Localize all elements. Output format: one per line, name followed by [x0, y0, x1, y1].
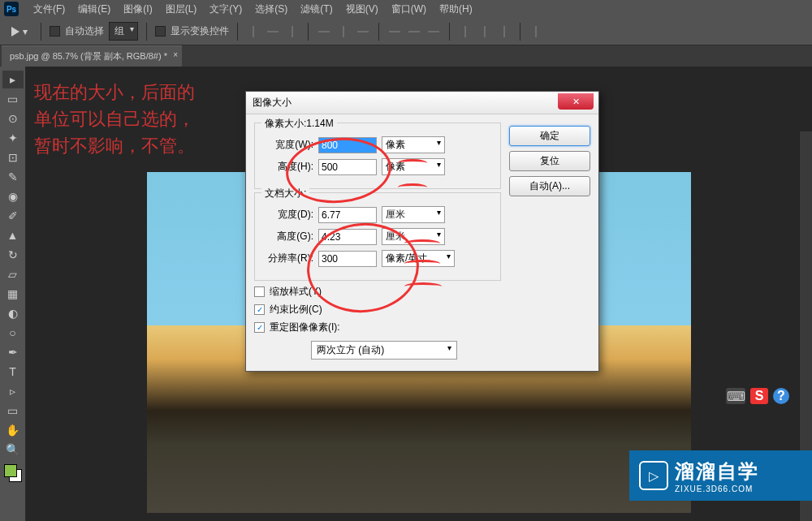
menu-layer[interactable]: 图层(L) — [159, 1, 204, 18]
toolbox: ▸ ▭ ⊙ ✦ ⊡ ✎ ◉ ✐ ▲ ↻ ▱ ▦ ◐ ○ ✒ T ▹ ▭ ✋ 🔍 — [0, 67, 26, 521]
doc-section-label: 文档大小: — [261, 187, 309, 200]
distribute-5-icon[interactable] — [477, 24, 492, 39]
ime-indicator[interactable]: S — [750, 388, 768, 404]
image-size-dialog: 图像大小 ✕ 像素大小:1.14M 宽度(W): 800 像素 高度(H): 5… — [245, 91, 599, 372]
pixel-dimensions-section: 像素大小:1.14M 宽度(W): 800 像素 高度(H): 500 像素 — [254, 123, 501, 189]
menu-file[interactable]: 文件(F) — [27, 1, 71, 18]
ok-button[interactable]: 确定 — [509, 126, 590, 146]
watermark: ▷ 溜溜自学 ZIXUE.3D66.COM — [629, 450, 812, 501]
dialog-close-button[interactable]: ✕ — [558, 93, 594, 110]
annotation-mark-3 — [404, 239, 440, 248]
marquee-tool[interactable]: ▭ — [2, 90, 24, 108]
align-center-icon[interactable] — [336, 24, 351, 39]
app-logo: Ps — [4, 2, 19, 16]
move-tool-arrow-icon — [11, 27, 19, 37]
auto-button[interactable]: 自动(A)... — [509, 176, 590, 196]
pixel-width-input[interactable]: 800 — [318, 137, 377, 153]
align-left-icon[interactable] — [317, 24, 331, 39]
show-transform-checkbox[interactable] — [155, 26, 166, 37]
distribute-3-icon[interactable] — [426, 24, 441, 39]
pixel-section-label: 像素大小:1.14M — [261, 117, 337, 131]
ime-help-icon[interactable]: ? — [773, 388, 789, 404]
annotation-mark-1 — [398, 159, 427, 167]
foreground-color[interactable] — [4, 464, 17, 477]
watermark-url: ZIXUE.3D66.COM — [675, 484, 759, 493]
tab-close-icon[interactable]: × — [173, 50, 178, 59]
document-tab-bar: psb.jpg @ 85.7% (背景 副本, RGB/8#) * × — [0, 45, 812, 67]
dodge-tool[interactable]: ○ — [2, 324, 24, 342]
resample-checkbox[interactable]: ✓ — [254, 322, 265, 333]
cancel-button[interactable]: 复位 — [509, 151, 590, 171]
menu-edit[interactable]: 编辑(E) — [71, 1, 117, 18]
menu-view[interactable]: 视图(V) — [339, 1, 385, 18]
pixel-width-unit[interactable]: 像素 — [382, 136, 445, 153]
wand-tool[interactable]: ✦ — [2, 129, 24, 147]
scale-styles-checkbox[interactable] — [254, 286, 265, 297]
menu-type[interactable]: 文字(Y) — [203, 1, 248, 18]
options-menu-icon[interactable] — [529, 24, 543, 39]
distribute-2-icon[interactable] — [407, 24, 421, 39]
pixel-width-label: 宽度(W): — [263, 138, 313, 152]
stamp-tool[interactable]: ▲ — [2, 226, 24, 244]
align-group-2 — [317, 24, 370, 39]
move-tool[interactable]: ▸ — [2, 71, 24, 88]
annotation-text: 现在的大小，后面的 单位可以自己选的， 暂时不影响，不管。 — [34, 79, 195, 159]
auto-select-type[interactable]: 组 — [109, 22, 138, 41]
type-tool[interactable]: T — [2, 363, 24, 381]
pixel-height-label: 高度(H): — [263, 160, 313, 174]
healing-tool[interactable]: ◉ — [2, 187, 24, 205]
doc-width-unit[interactable]: 厘米 — [382, 206, 445, 223]
brush-tool[interactable]: ✐ — [2, 207, 24, 225]
gradient-tool[interactable]: ▦ — [2, 285, 24, 303]
pen-tool[interactable]: ✒ — [2, 343, 24, 361]
crop-tool[interactable]: ⊡ — [2, 149, 24, 166]
pixel-height-input[interactable]: 500 — [318, 159, 377, 175]
constrain-label: 约束比例(C) — [270, 303, 322, 316]
eyedropper-tool[interactable]: ✎ — [2, 168, 24, 186]
resample-method-select[interactable]: 两次立方 (自动) — [311, 341, 457, 360]
menu-select[interactable]: 选择(S) — [248, 1, 294, 18]
doc-height-label: 高度(G): — [263, 230, 313, 243]
lasso-tool[interactable]: ⊙ — [2, 110, 24, 127]
annotation-mark-5 — [404, 282, 442, 291]
doc-height-input[interactable]: 4.23 — [318, 229, 377, 245]
distribute-group-2 — [458, 24, 512, 39]
align-top-icon[interactable] — [246, 24, 261, 39]
menu-filter[interactable]: 滤镜(T) — [294, 1, 339, 18]
auto-select-checkbox[interactable] — [50, 26, 60, 37]
align-middle-icon[interactable] — [266, 24, 280, 39]
align-bottom-icon[interactable] — [285, 24, 300, 39]
dialog-titlebar[interactable]: 图像大小 ✕ — [246, 92, 598, 114]
menu-help[interactable]: 帮助(H) — [433, 1, 479, 18]
eraser-tool[interactable]: ▱ — [2, 265, 24, 283]
doc-width-input[interactable]: 6.77 — [318, 207, 377, 223]
distribute-6-icon[interactable] — [497, 24, 512, 39]
resolution-label: 分辨率(R): — [263, 252, 313, 265]
constrain-checkbox[interactable]: ✓ — [254, 304, 265, 315]
document-tab-title: psb.jpg @ 85.7% (背景 副本, RGB/8#) * — [10, 51, 167, 61]
auto-select-label: 自动选择 — [65, 24, 104, 38]
menu-image[interactable]: 图像(I) — [117, 1, 158, 18]
shape-tool[interactable]: ▭ — [2, 402, 24, 420]
blur-tool[interactable]: ◐ — [2, 304, 24, 322]
align-right-icon[interactable] — [356, 24, 370, 39]
color-swatches[interactable] — [4, 464, 22, 482]
menu-window[interactable]: 窗口(W) — [385, 1, 433, 18]
document-tab[interactable]: psb.jpg @ 85.7% (背景 副本, RGB/8#) * × — [2, 45, 182, 67]
document-size-section: 文档大小: 宽度(D): 6.77 厘米 高度(G): 4.23 厘米 分辨率(… — [254, 192, 501, 281]
resolution-input[interactable]: 300 — [318, 251, 377, 267]
annotation-mark-2 — [398, 183, 427, 192]
current-tool-icon[interactable]: ▾ — [6, 24, 32, 39]
path-tool[interactable]: ▹ — [2, 382, 24, 400]
hand-tool[interactable]: ✋ — [2, 421, 24, 439]
distribute-1-icon[interactable] — [387, 24, 402, 39]
zoom-tool[interactable]: 🔍 — [2, 441, 24, 459]
resample-label: 重定图像像素(I): — [270, 321, 340, 334]
menu-bar: Ps 文件(F) 编辑(E) 图像(I) 图层(L) 文字(Y) 选择(S) 滤… — [0, 0, 812, 18]
ime-keyboard-icon[interactable]: ⌨ — [726, 388, 745, 404]
options-bar: ▾ 自动选择 组 显示变换控件 — [0, 18, 812, 45]
distribute-4-icon[interactable] — [458, 24, 473, 39]
show-transform-label: 显示变换控件 — [171, 24, 229, 38]
history-brush-tool[interactable]: ↻ — [2, 246, 24, 264]
dialog-title: 图像大小 — [253, 96, 292, 110]
